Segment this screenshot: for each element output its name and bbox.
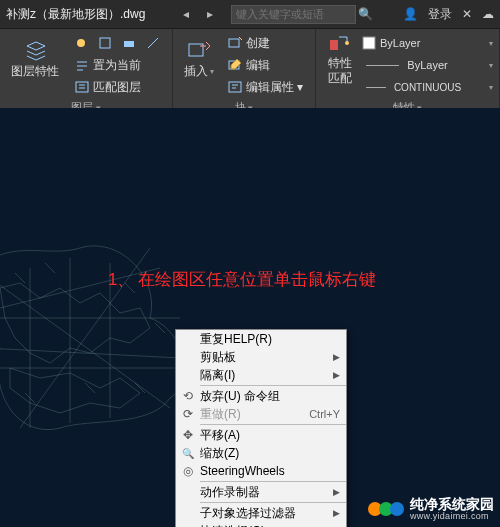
match-props-icon [327,33,353,55]
search-container: 🔍 [231,5,393,24]
menu-clipboard-label: 剪贴板 [200,349,333,366]
lineweight-dropdown[interactable]: ByLayer ▾ [362,54,493,76]
edit-block-label: 编辑 [246,57,270,74]
drawing-area[interactable]: 1、在绘图区任意位置单击鼠标右键 重复HELP(R) 剪贴板▶ 隔离(I)▶ ⟲… [0,108,500,527]
watermark-logo-icon [368,502,404,516]
svg-point-9 [345,41,349,45]
menu-pan-label: 平移(A) [200,427,340,444]
menu-separator [200,502,346,503]
layer-toggle-1-icon[interactable] [70,32,92,54]
menu-separator [200,385,346,386]
menu-item-subfilter[interactable]: 子对象选择过滤器▶ [176,504,346,522]
menu-item-steeringwheels[interactable]: ◎SteeringWheels [176,462,346,480]
login-label[interactable]: 登录 [428,6,452,23]
linetype-dropdown[interactable]: CONTINUOUS ▾ [362,76,493,98]
menu-item-recorder[interactable]: 动作录制器▶ [176,483,346,501]
menu-item-isolate[interactable]: 隔离(I)▶ [176,366,346,384]
exchange-icon[interactable]: ✕ [462,7,472,21]
menu-qselect-label: 快速选择(Q)... [200,523,340,528]
menu-item-redo: ⟳重做(R)Ctrl+Y [176,405,346,423]
step1-num: 1、 [108,270,134,289]
pan-icon: ✥ [176,428,200,442]
menu-zoom-label: 缩放(Z) [200,445,340,462]
menu-item-zoom[interactable]: 🔍缩放(Z) [176,444,346,462]
user-icon[interactable]: 👤 [403,7,418,21]
zoom-icon: 🔍 [176,448,200,459]
edit-block-button[interactable]: 编辑 [223,54,307,76]
context-menu: 重复HELP(R) 剪贴板▶ 隔离(I)▶ ⟲放弃(U) 命令组 ⟳重做(R)C… [175,329,347,527]
layers-icon [23,39,49,61]
layer-toggle-3-icon[interactable] [118,32,140,54]
instruction-step-1: 1、在绘图区任意位置单击鼠标右键 [108,268,376,291]
menu-separator [200,481,346,482]
insert-block-button[interactable]: 插入▾ [179,32,219,86]
layer-properties-button[interactable]: 图层特性 [6,32,66,86]
autocad-window: 补测z（最新地形图）.dwg ◂ ▸ 🔍 👤 登录 ✕ ☁ 图层特性 [0,0,500,527]
panel-layers: 图层特性 置为当前 匹配图层 [0,29,173,109]
menu-item-pan[interactable]: ✥平移(A) [176,426,346,444]
lineweight-preview-icon [366,65,399,66]
set-current-button[interactable]: 置为当前 [70,54,164,76]
menu-wheel-label: SteeringWheels [200,464,340,478]
linetype-value: CONTINUOUS [394,82,461,93]
undo-icon: ⟲ [176,389,200,403]
set-current-label: 置为当前 [93,57,141,74]
layer-properties-label: 图层特性 [11,63,59,80]
linetype-preview-icon [366,87,386,88]
create-block-button[interactable]: 创建 [223,32,307,54]
caret-right-icon[interactable]: ▸ [199,3,221,25]
create-block-icon [227,35,243,51]
menu-item-qselect[interactable]: ▦快速选择(Q)... [176,522,346,527]
submenu-arrow-icon: ▶ [333,370,340,380]
svg-rect-5 [229,39,239,47]
create-block-label: 创建 [246,35,270,52]
match-layer-icon [74,79,90,95]
chevron-down-icon: ▾ [210,67,214,76]
menu-repeat-label: 重复HELP(R) [200,331,340,348]
edit-attr-button[interactable]: 编辑属性 ▾ [223,76,307,98]
edit-block-icon [227,57,243,73]
panel-block: 插入▾ 创建 编辑 编辑属性 ▾ 块 [173,29,316,109]
menu-item-repeat[interactable]: 重复HELP(R) [176,330,346,348]
menu-undo-label: 放弃(U) 命令组 [200,388,340,405]
match-layer-button[interactable]: 匹配图层 [70,76,164,98]
props-label: 特性 [328,57,352,70]
menu-redo-shortcut: Ctrl+Y [309,408,340,420]
submenu-arrow-icon: ▶ [333,352,340,362]
title-right-icons: 👤 登录 ✕ ☁ [403,6,494,23]
svg-point-0 [77,39,85,47]
menu-item-clipboard[interactable]: 剪贴板▶ [176,348,346,366]
color-swatch-icon [362,36,376,50]
menu-separator [200,424,346,425]
match-props-button[interactable]: 特性匹配 [322,32,358,86]
chevron-down-icon: ▾ [489,39,493,48]
edit-attr-label: 编辑属性 [246,79,294,96]
search-input[interactable] [231,5,356,24]
ribbon: 图层特性 置为当前 匹配图层 [0,29,500,110]
props-match-label: 匹配 [328,72,352,85]
submenu-arrow-icon: ▶ [333,487,340,497]
svg-rect-7 [229,82,241,92]
step1-text: 在绘图区任意位置单击鼠标右键 [138,270,376,289]
menu-recorder-label: 动作录制器 [200,484,333,501]
match-layer-label: 匹配图层 [93,79,141,96]
submenu-arrow-icon: ▶ [333,508,340,518]
svg-rect-2 [124,41,134,47]
svg-rect-3 [76,82,88,92]
search-icon[interactable]: 🔍 [358,7,373,21]
svg-rect-1 [100,38,110,48]
panel-properties: 特性匹配 ByLayer ▾ ByLayer ▾ CON [316,29,500,109]
menu-redo-label: 重做(R) [200,406,309,423]
cloud-icon[interactable]: ☁ [482,7,494,21]
watermark-url: www.yidaimei.com [410,512,494,522]
watermark: 纯净系统家园 www.yidaimei.com [368,497,494,522]
layer-toggle-4-icon[interactable] [142,32,164,54]
menu-item-undo[interactable]: ⟲放弃(U) 命令组 [176,387,346,405]
document-title: 补测z（最新地形图）.dwg [6,6,145,23]
menu-isolate-label: 隔离(I) [200,367,333,384]
layer-toggle-2-icon[interactable] [94,32,116,54]
watermark-name: 纯净系统家园 [410,497,494,512]
caret-left-icon[interactable]: ◂ [175,3,197,25]
set-current-icon [74,57,90,73]
obj-color-dropdown[interactable]: ByLayer ▾ [362,32,493,54]
